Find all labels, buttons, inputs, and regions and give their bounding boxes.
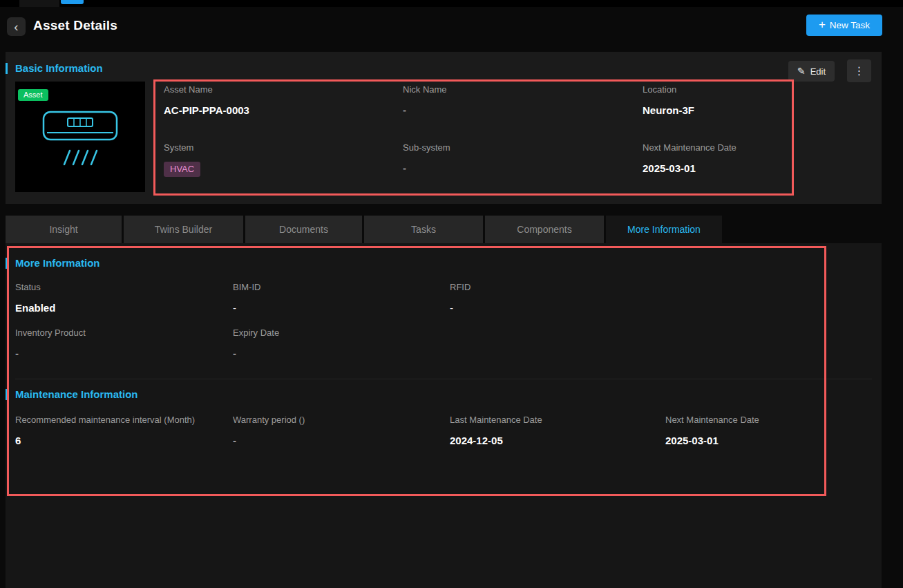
more-information-title: More Information [15,257,100,269]
basic-fields-grid: Asset Name AC-PIP-PPA-0003 Nick Name - L… [164,84,850,177]
section-accent-bar [6,63,8,74]
field-label: Warranty period () [233,415,450,426]
more-information-panel: More Information Status Enabled BIM-ID -… [6,243,882,588]
air-conditioner-icon [35,108,125,170]
basic-information-card: Basic Information ✎ Edit ⋮ Asset [6,52,882,204]
tab-components[interactable]: Components [485,216,604,243]
field-label: Inventory Product [15,328,233,339]
tab-documents[interactable]: Documents [245,216,362,243]
section-accent-bar [6,389,8,400]
field-value: 6 [15,434,233,448]
field-next-maintenance-date: Next Maintenance Date 2025-03-01 [643,142,850,177]
field-value: - [233,434,450,448]
field-value: - [233,347,450,361]
field-nick-name: Nick Name - [403,84,643,117]
field-maintenance-interval: Recommended maintenance interval (Month)… [15,415,233,448]
field-label: RFID [450,282,671,293]
field-value: - [15,347,233,361]
field-rfid: RFID - [450,282,671,315]
field-next-maintenance-date-2: Next Maintenance Date 2025-03-01 [665,415,866,448]
detail-tabs: Insight Twins Builder Documents Tasks Co… [6,216,722,243]
edit-icon: ✎ [797,66,806,77]
section-divider [15,379,872,379]
field-label: Location [643,84,850,95]
edit-button[interactable]: ✎ Edit [788,61,835,82]
tab-more-information[interactable]: More Information [606,216,722,243]
tab-tasks[interactable]: Tasks [364,216,483,243]
field-label: Next Maintenance Date [643,142,850,153]
asset-details-page: ‹ Asset Details + New Task Basic Informa… [0,0,903,588]
top-strip [0,0,903,7]
field-value: - [403,162,643,176]
plus-icon: + [819,19,826,30]
kebab-menu-icon: ⋮ [854,65,865,77]
maintenance-grid: Recommended maintenance interval (Month)… [15,415,866,448]
field-label: Next Maintenance Date [665,415,866,426]
field-value: 2025-03-01 [665,434,866,448]
asset-thumbnail[interactable]: Asset [15,82,145,192]
field-value: 2025-03-01 [643,162,850,176]
more-information-grid: Status Enabled BIM-ID - RFID - Inventory… [15,282,671,361]
basic-information-title: Basic Information [15,62,103,74]
system-badge: HVAC [164,162,200,177]
field-label: Nick Name [403,84,643,95]
field-value: 2024-12-05 [450,434,665,448]
field-label: Recommended maintenance interval (Month) [15,415,233,426]
field-asset-name: Asset Name AC-PIP-PPA-0003 [164,84,403,117]
new-task-button[interactable]: + New Task [806,15,882,36]
field-location: Location Neuron-3F [643,84,850,117]
field-value: AC-PIP-PPA-0003 [164,104,403,117]
field-label: Expiry Date [233,328,450,339]
field-value: - [403,104,643,117]
field-value: - [450,301,671,315]
field-status: Status Enabled [15,282,233,315]
new-task-label: New Task [830,20,870,30]
active-tab-indicator [61,0,84,4]
field-system: System HVAC [164,142,403,177]
section-accent-bar [6,258,8,269]
more-actions-button[interactable]: ⋮ [847,59,871,82]
field-value: Enabled [15,301,233,315]
field-label: Last Maintenance Date [450,415,665,426]
field-label: Sub-system [403,142,643,153]
edit-label: Edit [810,66,826,77]
field-label: Asset Name [164,84,403,95]
field-sub-system: Sub-system - [403,142,643,177]
field-value: Neuron-3F [643,104,850,117]
field-label: BIM-ID [233,282,450,293]
field-inventory-product: Inventory Product - [15,328,233,361]
back-icon: ‹ [14,19,18,34]
field-last-maintenance-date: Last Maintenance Date 2024-12-05 [450,415,665,448]
field-warranty-period: Warranty period () - [233,415,450,448]
field-label: System [164,142,403,153]
field-value: - [233,301,450,315]
back-button[interactable]: ‹ [7,17,26,36]
field-expiry-date: Expiry Date - [233,328,450,361]
field-label: Status [15,282,233,293]
browser-tab-remnant [19,0,59,7]
tab-twins-builder[interactable]: Twins Builder [124,216,243,243]
maintenance-information-title: Maintenance Information [15,388,138,400]
tab-insight[interactable]: Insight [6,216,122,243]
asset-type-badge: Asset [18,89,48,101]
page-header: ‹ Asset Details + New Task [0,7,903,50]
page-title: Asset Details [33,18,117,33]
field-bim-id: BIM-ID - [233,282,450,315]
